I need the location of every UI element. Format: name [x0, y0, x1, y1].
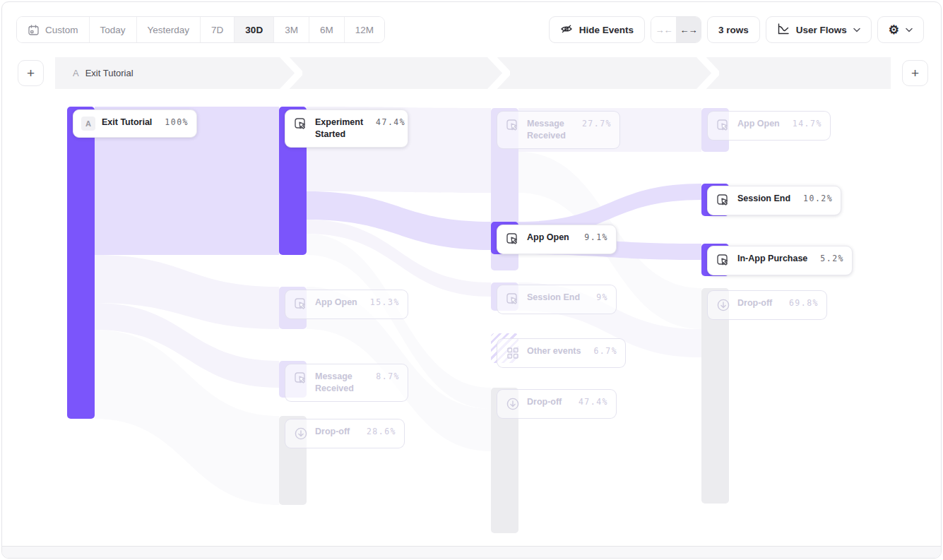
other-events-icon: [505, 345, 521, 361]
click-event-icon: [293, 371, 309, 386]
view-selector-button[interactable]: User Flows: [766, 16, 872, 43]
gear-icon: ⚙: [889, 24, 899, 36]
node-percent: 69.8%: [783, 297, 819, 309]
chevron-down-icon: [853, 28, 860, 32]
click-event-icon: [505, 232, 521, 247]
step-divider-chevron: [696, 57, 719, 89]
node-label: Experiment Started: [315, 117, 363, 141]
node-label: Drop-off: [527, 396, 562, 408]
node-percent: 47.4%: [572, 396, 608, 408]
flow-card-session-end[interactable]: Session End9%: [497, 285, 617, 314]
node-percent: 100%: [158, 117, 189, 129]
bottom-scrollbar[interactable]: [2, 546, 941, 558]
date-range-label: Custom: [45, 25, 78, 35]
flow-card-session-end[interactable]: Session End10.2%: [707, 186, 841, 215]
flow-bar-exit-tutorial[interactable]: [67, 107, 95, 419]
node-percent: 5.2%: [814, 253, 844, 265]
step-divider-chevron: [487, 57, 510, 89]
flow-card-in-app-purchase[interactable]: In-App Purchase5.2%: [707, 246, 853, 275]
click-event-icon: [716, 193, 731, 208]
date-range-label: 3M: [285, 25, 298, 35]
click-event-icon: [293, 297, 309, 312]
date-range-label: 7D: [211, 25, 223, 35]
expand-columns-button[interactable]: ←→: [676, 17, 701, 42]
drop-off-icon: [293, 426, 309, 441]
node-percent: 27.7%: [576, 118, 612, 130]
node-percent: 9.1%: [578, 232, 608, 244]
flow-card-experiment-started[interactable]: Experiment Started47.4%: [285, 109, 408, 148]
date-range-12m[interactable]: 12M: [345, 17, 384, 42]
flow-card-app-open[interactable]: App Open9.1%: [497, 225, 617, 254]
node-percent: 14.7%: [786, 118, 822, 130]
rows-button[interactable]: 3 rows: [707, 16, 760, 43]
date-range-label: 6M: [320, 25, 333, 35]
add-step-right-button[interactable]: +: [902, 60, 928, 86]
hide-events-button[interactable]: Hide Events: [549, 16, 645, 43]
step-label: Exit Tutorial: [85, 68, 134, 78]
flow-card-app-open[interactable]: App Open14.7%: [707, 111, 831, 141]
flow-card-exit-tutorial[interactable]: AExit Tutorial100%: [73, 109, 197, 138]
collapse-arrows-icon: →←: [655, 25, 672, 35]
node-percent: 6.7%: [587, 345, 617, 357]
node-label: Exit Tutorial: [102, 117, 152, 129]
flow-bar-drop-off[interactable]: [701, 288, 729, 504]
click-event-icon: [716, 118, 731, 133]
calendar-icon: [28, 24, 40, 36]
expand-arrows-icon: ←→: [680, 25, 696, 35]
user-flows-chart-icon: [777, 23, 790, 37]
date-range-label: Today: [100, 25, 126, 35]
date-range-today[interactable]: Today: [90, 17, 137, 42]
chevron-down-icon: [906, 28, 913, 32]
flow-card-drop-off[interactable]: Drop-off47.4%: [497, 389, 617, 419]
column-width-toggle: →← ←→: [651, 16, 701, 43]
node-percent: 15.3%: [364, 297, 400, 309]
flow-card-app-open[interactable]: App Open15.3%: [285, 290, 408, 319]
rows-label: 3 rows: [718, 25, 749, 35]
flow-card-message-received[interactable]: Message Received27.7%: [497, 111, 620, 149]
step-letter-badge: A: [81, 117, 95, 131]
node-label: App Open: [315, 297, 357, 309]
date-range-label: Yesterday: [148, 25, 190, 35]
node-label: Message Received: [527, 118, 569, 142]
node-percent: 28.6%: [360, 426, 396, 438]
click-event-icon: [505, 118, 521, 133]
date-range-yesterday[interactable]: Yesterday: [137, 17, 201, 42]
step-letter: A: [73, 68, 79, 78]
collapse-columns-button[interactable]: →←: [651, 17, 676, 42]
click-event-icon: [716, 253, 731, 268]
flow-card-other-events[interactable]: Other events6.7%: [497, 338, 626, 368]
date-range-3m[interactable]: 3M: [274, 17, 309, 42]
flow-card-drop-off[interactable]: Drop-off69.8%: [707, 290, 827, 320]
add-step-left-button[interactable]: +: [18, 60, 44, 86]
date-range-picker: CustomTodayYesterday7D30D3M6M12M: [16, 16, 385, 43]
click-event-icon: [505, 292, 521, 307]
node-label: App Open: [737, 118, 780, 130]
drop-off-icon: [505, 396, 521, 412]
node-label: Message Received: [315, 371, 363, 395]
eye-off-icon: [560, 23, 573, 37]
app-window: CustomTodayYesterday7D30D3M6M12M Hide Ev…: [1, 1, 942, 559]
flow-card-drop-off[interactable]: Drop-off28.6%: [285, 419, 405, 448]
flow-card-message-received[interactable]: Message Received8.7%: [285, 364, 408, 402]
click-event-icon: [293, 117, 309, 132]
funnel-step-header[interactable]: A Exit Tutorial: [55, 57, 891, 89]
node-label: Session End: [527, 292, 580, 304]
node-label: Drop-off: [737, 297, 772, 309]
hide-events-label: Hide Events: [579, 25, 634, 35]
node-percent: 9%: [590, 292, 608, 304]
node-label: App Open: [527, 232, 569, 244]
date-range-label: 12M: [355, 25, 374, 35]
date-range-6m[interactable]: 6M: [309, 17, 345, 42]
node-percent: 10.2%: [797, 193, 833, 205]
date-range-7d[interactable]: 7D: [201, 17, 235, 42]
date-range-custom[interactable]: Custom: [17, 17, 90, 42]
node-label: Session End: [737, 193, 790, 205]
view-selector-label: User Flows: [796, 25, 847, 35]
node-label: Drop-off: [315, 426, 350, 438]
node-label: Other events: [527, 345, 581, 357]
node-label: In-App Purchase: [737, 253, 807, 265]
settings-button[interactable]: ⚙: [877, 16, 924, 43]
date-range-30d[interactable]: 30D: [235, 17, 274, 42]
node-percent: 47.4%: [369, 117, 405, 129]
toolbar: CustomTodayYesterday7D30D3M6M12M Hide Ev…: [16, 16, 924, 43]
